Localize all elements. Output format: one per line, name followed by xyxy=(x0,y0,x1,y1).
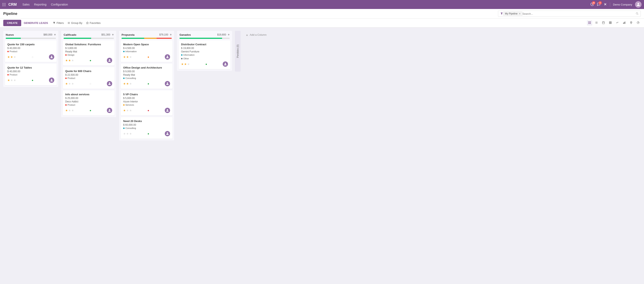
view-graph[interactable] xyxy=(615,21,620,26)
status-orange-icon: ● xyxy=(148,55,149,59)
search-submit-icon[interactable] xyxy=(636,12,638,16)
svg-point-44 xyxy=(225,63,226,64)
chat-badge[interactable]: 5 xyxy=(597,3,600,7)
card-tag: Services xyxy=(123,104,170,106)
search-tag-close[interactable]: ✕ xyxy=(519,13,520,15)
groupby-button[interactable]: Group By xyxy=(68,22,82,25)
card-footer: ★★★ ● xyxy=(7,78,54,83)
card-footer: ★★★ ● xyxy=(123,81,170,86)
card-amount: $ 3,800.00 xyxy=(65,47,112,50)
status-green-icon: ● xyxy=(32,79,33,82)
star-empty: ★ xyxy=(129,132,132,135)
kanban-card[interactable]: Distributor Contract $ 19,800.00 Gemini … xyxy=(179,40,230,69)
kanban-card[interactable]: Quote for 600 Chairs $ 22,500.00 Product… xyxy=(63,67,114,89)
kanban-card[interactable]: Quote for 12 Tables $ 40,000.00 Product … xyxy=(5,64,57,85)
close-badge[interactable] xyxy=(604,3,607,7)
card-footer: ★★★ ○ xyxy=(65,81,112,86)
kanban-card[interactable]: Need 20 Desks $ 60,000.00 Consulting ★★★… xyxy=(121,117,172,139)
kanban-card[interactable]: Quote for 150 carpets $ 40,000.00 Produc… xyxy=(5,40,57,62)
card-footer: ★★★ ● xyxy=(65,58,112,63)
card-avatar xyxy=(107,58,112,63)
card-stars[interactable]: ★★★ xyxy=(7,79,16,82)
col-add-nuevo[interactable]: + xyxy=(54,33,56,37)
status-green-icon: ● xyxy=(148,82,149,85)
chat-count: 5 xyxy=(598,1,602,5)
col-title-propuesta: Propuesta xyxy=(122,33,159,36)
kanban-card[interactable]: 5 VP Chairs $ 5,600.00 Azure Interior Se… xyxy=(121,90,172,116)
card-tag: Product xyxy=(65,104,112,106)
search-tag[interactable]: My Pipeline ✕ xyxy=(503,12,522,16)
star-empty: ★ xyxy=(10,79,13,82)
nav-configuration[interactable]: Configuration xyxy=(51,3,68,6)
view-list[interactable] xyxy=(594,21,599,26)
card-stars[interactable]: ★★★ xyxy=(7,55,16,59)
svg-point-3 xyxy=(638,3,639,5)
svg-marker-4 xyxy=(501,13,503,15)
view-kanban[interactable] xyxy=(587,21,592,26)
company-name[interactable]: Demo Company xyxy=(613,3,632,6)
view-circle[interactable] xyxy=(636,21,641,26)
card-footer: ★★★ ● xyxy=(65,108,112,113)
status-green-icon: ● xyxy=(148,132,149,135)
svg-rect-12 xyxy=(588,22,589,23)
view-map[interactable] xyxy=(628,21,634,26)
col-title-ganados: Ganados xyxy=(180,33,217,36)
filters-label: Filters xyxy=(56,22,64,25)
card-stars[interactable]: ★★★ xyxy=(65,59,74,62)
svg-point-5 xyxy=(636,13,638,14)
svg-point-37 xyxy=(109,59,110,60)
view-bar[interactable] xyxy=(622,21,627,26)
card-avatar xyxy=(165,108,170,113)
col-amount-propuesta: $79,100 xyxy=(159,33,168,36)
kanban-card[interactable]: Modern Open Space $ 4,500.00 Information… xyxy=(121,40,172,62)
card-stars[interactable]: ★★★ xyxy=(65,109,74,112)
svg-rect-29 xyxy=(624,22,624,24)
col-add-ganados[interactable]: + xyxy=(228,33,230,37)
view-calendar[interactable] xyxy=(601,21,606,26)
card-stars[interactable]: ★★★ xyxy=(65,82,74,85)
filters-button[interactable]: Filters xyxy=(53,22,64,25)
view-switcher xyxy=(587,21,641,26)
view-pivot[interactable] xyxy=(608,21,613,26)
apps-menu[interactable] xyxy=(2,3,6,6)
favorites-button[interactable]: Favorites xyxy=(86,22,100,25)
svg-point-36 xyxy=(51,79,52,80)
card-amount: $ 40,000.00 xyxy=(7,47,54,50)
kanban-card[interactable]: Global Solutions: Furnitures $ 3,800.00 … xyxy=(63,40,114,66)
nav-reporting[interactable]: Reporting xyxy=(34,3,46,6)
user-avatar[interactable] xyxy=(635,1,642,8)
clock-badge[interactable]: 26 xyxy=(590,3,594,7)
svg-line-34 xyxy=(638,22,639,23)
col-amount-calificado: $51,300 xyxy=(101,33,110,36)
star-empty: ★ xyxy=(14,55,16,59)
nav-sales[interactable]: Sales xyxy=(22,3,30,6)
kanban-card[interactable]: Office Design and Architecture $ 9,000.0… xyxy=(121,64,172,89)
add-column[interactable]: + Add a Column xyxy=(244,31,298,40)
perdidos-column[interactable]: Perdidos (0) xyxy=(235,31,241,72)
card-stars[interactable]: ★★★ xyxy=(123,109,132,112)
card-title: Need 20 Desks xyxy=(123,120,170,123)
card-stars[interactable]: ★★★ xyxy=(123,82,132,85)
star-empty: ★ xyxy=(14,79,16,82)
card-title: Quote for 600 Chairs xyxy=(65,70,112,73)
card-amount: $ 5,600.00 xyxy=(123,97,170,100)
card-stars[interactable]: ★★★ xyxy=(123,55,132,59)
svg-point-38 xyxy=(109,82,110,84)
generate-leads-button[interactable]: GENERATE LEADS xyxy=(24,22,48,25)
card-stars[interactable]: ★★★ xyxy=(181,63,190,66)
search-input[interactable] xyxy=(522,12,636,15)
clock-count: 26 xyxy=(592,1,595,5)
card-subtitle: Ready Mat xyxy=(65,50,112,53)
create-button[interactable]: CREATE xyxy=(3,20,21,26)
card-title: Distributor Contract xyxy=(181,43,228,46)
card-tag-label: Product xyxy=(68,104,75,106)
col-add-calificado[interactable]: + xyxy=(112,33,114,37)
card-tag-label: Information xyxy=(126,50,137,53)
groupby-label: Group By xyxy=(71,22,82,25)
kanban-card[interactable]: Info about services $ 25,000.00 Deco Add… xyxy=(63,90,114,116)
status-none-icon: ○ xyxy=(90,82,91,85)
card-stars[interactable]: ★★★ xyxy=(123,132,132,135)
svg-marker-7 xyxy=(53,22,55,24)
star-filled: ★ xyxy=(123,82,126,85)
col-add-propuesta[interactable]: + xyxy=(170,33,172,37)
